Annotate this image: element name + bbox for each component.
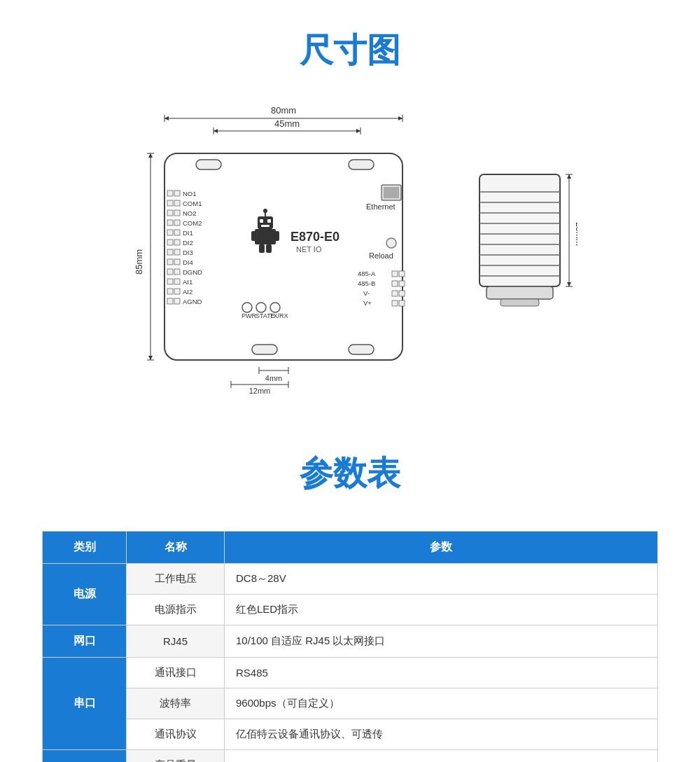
svg-text:COM1: COM1 (183, 200, 202, 207)
device-diagram-main: 80mm 45mm 85mm NO1 (122, 94, 424, 395)
category-cell: 其他 (43, 750, 127, 763)
name-cell: 工作电压 (127, 564, 225, 595)
name-cell: RJ45 (127, 625, 225, 658)
svg-marker-10 (214, 129, 218, 133)
svg-rect-24 (167, 200, 173, 206)
params-section: 类别 名称 参数 电源工作电压DC8～28V电源指示红色LED指示网口RJ451… (0, 517, 700, 762)
svg-rect-94 (349, 345, 374, 354)
name-cell: 通讯协议 (127, 719, 225, 750)
svg-rect-39 (167, 249, 173, 255)
name-cell: 产品重量 (127, 750, 225, 763)
svg-rect-73 (266, 244, 272, 253)
params-title: 参数表 (0, 423, 700, 517)
category-cell: 网口 (43, 625, 127, 658)
svg-text:DI1: DI1 (183, 229, 193, 237)
params-table: 类别 名称 参数 电源工作电压DC8～28V电源指示红色LED指示网口RJ451… (42, 531, 658, 762)
svg-text:COM2: COM2 (183, 219, 202, 227)
svg-text:DI3: DI3 (183, 249, 193, 256)
svg-text:AI2: AI2 (183, 288, 192, 296)
svg-rect-80 (399, 271, 405, 277)
svg-rect-46 (174, 269, 180, 275)
svg-rect-85 (392, 291, 398, 296)
svg-rect-65 (267, 219, 271, 223)
svg-text:NET IO: NET IO (296, 245, 322, 254)
svg-text:TX/RX: TX/RX (270, 312, 288, 319)
name-cell: 通讯接口 (127, 658, 225, 688)
svg-marker-107 (567, 174, 571, 179)
svg-marker-17 (148, 356, 153, 360)
category-cell: 串口 (43, 658, 127, 750)
svg-rect-88 (392, 300, 398, 306)
svg-text:DI4: DI4 (183, 258, 193, 266)
svg-rect-20 (349, 160, 374, 169)
svg-rect-42 (167, 259, 173, 265)
svg-rect-66 (261, 225, 270, 227)
value-cell: DC8～28V (225, 564, 658, 595)
svg-marker-4 (164, 116, 169, 120)
svg-rect-55 (174, 298, 180, 304)
header-category: 类别 (43, 532, 127, 564)
svg-rect-119 (486, 286, 553, 299)
svg-rect-52 (174, 289, 180, 294)
svg-text:Reload: Reload (369, 251, 393, 260)
value-cell: 亿佰特云设备通讯协议、可透传 (225, 719, 658, 750)
svg-rect-54 (167, 298, 173, 304)
value-cell: 135±5g (225, 750, 658, 763)
svg-point-92 (386, 238, 396, 248)
svg-rect-37 (174, 240, 180, 245)
svg-marker-11 (356, 129, 360, 133)
name-cell: 电源指示 (127, 595, 225, 625)
value-cell: 红色LED指示 (225, 595, 658, 625)
svg-text:V+: V+ (363, 299, 372, 307)
svg-rect-48 (167, 279, 173, 284)
value-cell: 10/100 自适应 RJ45 以太网接口 (225, 625, 658, 658)
svg-rect-19 (196, 160, 221, 169)
svg-marker-5 (398, 116, 402, 120)
svg-rect-70 (251, 231, 257, 241)
svg-text:PWR: PWR (241, 312, 256, 319)
svg-marker-108 (567, 282, 571, 286)
device-diagram-side: 25mm (465, 146, 578, 342)
svg-rect-34 (174, 230, 180, 235)
svg-text:AGND: AGND (183, 298, 202, 305)
svg-rect-18 (164, 153, 402, 360)
svg-rect-27 (167, 210, 173, 216)
svg-text:DI2: DI2 (183, 239, 193, 247)
svg-rect-120 (500, 299, 539, 306)
svg-text:DGND: DGND (183, 268, 202, 276)
svg-rect-21 (167, 190, 173, 196)
svg-text:12mm: 12mm (249, 387, 271, 395)
svg-rect-40 (174, 249, 180, 255)
svg-rect-69 (255, 229, 276, 244)
header-name: 名称 (127, 532, 225, 564)
dimension-title: 尺寸图 (0, 0, 700, 94)
svg-rect-28 (174, 210, 180, 216)
name-cell: 波特率 (127, 688, 225, 719)
svg-rect-109 (479, 174, 560, 286)
svg-rect-72 (259, 244, 265, 253)
svg-text:4mm: 4mm (265, 374, 282, 382)
svg-marker-16 (148, 153, 153, 158)
svg-rect-83 (399, 281, 405, 286)
svg-rect-91 (384, 187, 399, 198)
svg-text:V-: V- (363, 289, 370, 297)
svg-rect-63 (258, 216, 273, 229)
svg-rect-71 (274, 231, 279, 241)
svg-text:E870-E0: E870-E0 (290, 230, 340, 244)
svg-text:25mm: 25mm (574, 222, 578, 245)
header-value: 参数 (225, 532, 658, 564)
svg-text:85mm: 85mm (134, 249, 144, 275)
svg-rect-25 (174, 200, 180, 206)
svg-text:80mm: 80mm (271, 105, 296, 116)
diagram-section: 80mm 45mm 85mm NO1 (0, 94, 700, 423)
category-cell: 电源 (43, 564, 127, 625)
svg-rect-64 (260, 219, 263, 223)
svg-rect-45 (167, 269, 173, 275)
svg-text:485-B: 485-B (358, 279, 375, 287)
svg-rect-22 (174, 190, 180, 196)
svg-text:AI1: AI1 (183, 278, 192, 286)
svg-rect-93 (252, 345, 277, 354)
svg-rect-30 (167, 220, 173, 226)
svg-rect-86 (399, 291, 405, 296)
svg-rect-79 (392, 271, 398, 277)
